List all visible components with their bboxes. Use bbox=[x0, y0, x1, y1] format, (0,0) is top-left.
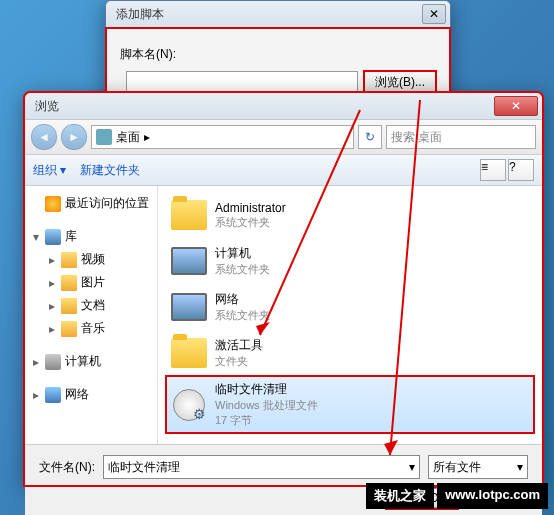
script-name-label: 脚本名(N): bbox=[120, 46, 176, 63]
chevron-down-icon: ▾ bbox=[517, 460, 523, 474]
view-mode-button[interactable]: ≡ bbox=[480, 159, 506, 181]
folder-icon bbox=[61, 321, 77, 337]
refresh-button[interactable]: ↻ bbox=[358, 125, 382, 149]
crumb-text: 桌面 bbox=[116, 129, 140, 146]
script-name-input[interactable] bbox=[126, 71, 358, 93]
file-type-filter[interactable]: 所有文件 ▾ bbox=[428, 455, 528, 479]
list-item[interactable]: Administrator系统文件夹 bbox=[166, 192, 534, 238]
tree-libraries[interactable]: ▾库 bbox=[25, 225, 157, 248]
list-item-selected[interactable]: 临时文件清理Windows 批处理文件17 字节 bbox=[166, 376, 534, 433]
file-list: Administrator系统文件夹 计算机系统文件夹 网络系统文件夹 激活工具… bbox=[158, 186, 542, 444]
breadcrumb[interactable]: 桌面 ▸ bbox=[91, 125, 354, 149]
close-icon[interactable]: ✕ bbox=[422, 4, 446, 24]
search-placeholder: 搜索 桌面 bbox=[391, 129, 442, 146]
titlebar: 添加脚本 ✕ bbox=[106, 1, 450, 28]
browse-titlebar: 浏览 ✕ bbox=[25, 93, 542, 120]
file-name-input[interactable]: 临时文件清理 ▾ bbox=[103, 455, 420, 479]
tree-computer[interactable]: ▸计算机 bbox=[25, 350, 157, 373]
desktop-icon bbox=[96, 129, 112, 145]
tree-videos[interactable]: ▸视频 bbox=[25, 248, 157, 271]
search-input[interactable]: 搜索 桌面 bbox=[386, 125, 536, 149]
star-icon bbox=[45, 196, 61, 212]
tree-network[interactable]: ▸网络 bbox=[25, 383, 157, 406]
browse-title: 浏览 bbox=[29, 98, 494, 115]
list-item[interactable]: 激活工具文件夹 bbox=[166, 330, 534, 376]
chevron-down-icon: ▾ bbox=[409, 460, 415, 474]
tree-documents[interactable]: ▸文档 bbox=[25, 294, 157, 317]
folder-tree: 最近访问的位置 ▾库 ▸视频 ▸图片 ▸文档 ▸音乐 ▸计算机 ▸网络 bbox=[25, 186, 158, 444]
help-button[interactable]: ? bbox=[508, 159, 534, 181]
organize-menu[interactable]: 组织 ▾ bbox=[33, 162, 66, 179]
command-bar: 组织 ▾ 新建文件夹 ≡ ? bbox=[25, 155, 542, 186]
watermark: 装机之家 www.lotpc.com bbox=[366, 483, 548, 509]
list-item[interactable]: 计算机系统文件夹 bbox=[166, 238, 534, 284]
new-folder-button[interactable]: 新建文件夹 bbox=[80, 162, 140, 179]
browse-button[interactable]: 浏览(B)... bbox=[364, 71, 436, 93]
back-button[interactable]: ◄ bbox=[31, 124, 57, 150]
forward-button[interactable]: ► bbox=[61, 124, 87, 150]
folder-icon bbox=[171, 338, 207, 368]
computer-icon bbox=[45, 354, 61, 370]
crumb-sep: ▸ bbox=[144, 130, 150, 144]
network-icon bbox=[45, 387, 61, 403]
folder-icon bbox=[61, 298, 77, 314]
tree-recent-places[interactable]: 最近访问的位置 bbox=[25, 192, 157, 215]
folder-icon bbox=[61, 252, 77, 268]
library-icon bbox=[45, 229, 61, 245]
view-buttons: ≡ ? bbox=[480, 159, 534, 181]
list-item[interactable]: 网络系统文件夹 bbox=[166, 284, 534, 330]
file-name-label: 文件名(N): bbox=[39, 459, 95, 476]
folder-icon bbox=[171, 200, 207, 230]
browse-main: 最近访问的位置 ▾库 ▸视频 ▸图片 ▸文档 ▸音乐 ▸计算机 ▸网络 Admi… bbox=[25, 186, 542, 444]
close-icon[interactable]: ✕ bbox=[494, 96, 538, 116]
browse-dialog: 浏览 ✕ ◄ ► 桌面 ▸ ↻ 搜索 桌面 组织 ▾ 新建文件夹 ≡ ? 最近访… bbox=[24, 92, 543, 486]
tree-pictures[interactable]: ▸图片 bbox=[25, 271, 157, 294]
dialog-title: 添加脚本 bbox=[110, 6, 422, 23]
network-icon bbox=[171, 293, 207, 321]
tree-music[interactable]: ▸音乐 bbox=[25, 317, 157, 340]
computer-icon bbox=[171, 247, 207, 275]
batch-file-icon bbox=[173, 389, 205, 421]
folder-icon bbox=[61, 275, 77, 291]
nav-toolbar: ◄ ► 桌面 ▸ ↻ 搜索 桌面 bbox=[25, 120, 542, 155]
